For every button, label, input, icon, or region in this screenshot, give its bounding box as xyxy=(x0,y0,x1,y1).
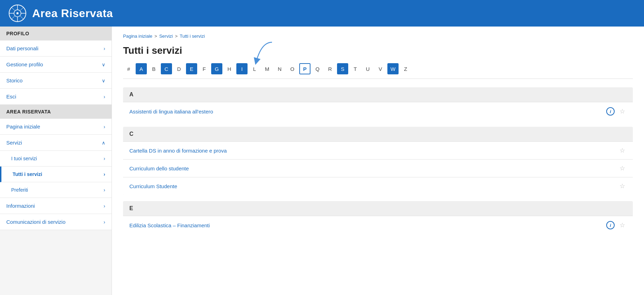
alpha-btn-A[interactable]: A xyxy=(136,63,147,74)
sidebar-item-servizi[interactable]: Servizi∧ xyxy=(0,135,112,151)
alpha-btn-U[interactable]: U xyxy=(362,63,373,74)
sidebar-item-storico[interactable]: Storico∨ xyxy=(0,73,112,89)
alpha-btn-G[interactable]: G xyxy=(211,63,222,74)
chevron-icon: › xyxy=(103,46,105,51)
info-icon[interactable]: i xyxy=(606,221,615,229)
alpha-btn-V[interactable]: V xyxy=(375,63,386,74)
breadcrumb-sep-1: > xyxy=(155,34,157,39)
service-row: Assistenti di lingua italiana all'estero… xyxy=(123,102,633,120)
service-group-header: C xyxy=(123,127,633,141)
sidebar-item-label: Dati personali xyxy=(6,45,38,51)
service-row: Cartella DS in anno di formazione e prov… xyxy=(123,141,633,159)
chevron-icon: ∧ xyxy=(102,140,105,146)
sidebar-section-profilo: PROFILO xyxy=(0,27,112,40)
logo xyxy=(8,4,27,22)
sidebar-item-esci[interactable]: Esci› xyxy=(0,89,112,105)
chevron-icon: › xyxy=(103,124,105,130)
alpha-btn-L[interactable]: L xyxy=(249,63,260,74)
service-group-a: AAssistenti di lingua italiana all'ester… xyxy=(123,87,633,120)
service-actions: i☆ xyxy=(606,107,627,116)
sidebar-item-label: Tutti i servizi xyxy=(13,171,42,177)
service-row: Curriculum dello studente☆ xyxy=(123,159,633,177)
main-content: Pagina iniziale > Servizi > Tutti i serv… xyxy=(112,27,644,295)
chevron-icon: › xyxy=(103,203,105,209)
alpha-btn-E[interactable]: E xyxy=(186,63,197,74)
alpha-btn-S[interactable]: S xyxy=(337,63,348,74)
service-actions: ☆ xyxy=(618,147,627,154)
breadcrumb-link-servizi[interactable]: Servizi xyxy=(159,34,173,39)
chevron-icon: ∨ xyxy=(102,62,105,67)
svg-line-7 xyxy=(11,7,15,10)
chevron-icon: › xyxy=(103,171,105,177)
sidebar-item-informazioni[interactable]: Informazioni› xyxy=(0,198,112,214)
alpha-btn-F[interactable]: F xyxy=(199,63,210,74)
svg-line-8 xyxy=(20,16,24,20)
service-actions: ☆ xyxy=(618,182,627,190)
chevron-icon: › xyxy=(103,219,105,225)
alpha-btn-Q[interactable]: Q xyxy=(312,63,323,74)
alpha-btn-H[interactable]: H xyxy=(224,63,235,74)
svg-line-9 xyxy=(20,7,24,10)
header: Area Riservata xyxy=(0,0,644,27)
sidebar-item-label: Preferiti xyxy=(11,187,28,193)
alphabet-bar: #ABCDEFGHILMNOPQRSTUVWZ xyxy=(123,63,633,79)
service-group-header: A xyxy=(123,87,633,102)
service-group-header: E xyxy=(123,201,633,216)
svg-point-2 xyxy=(16,12,19,14)
chevron-icon: › xyxy=(103,156,105,161)
sidebar-item-label: I tuoi servizi xyxy=(11,156,37,161)
star-icon[interactable]: ☆ xyxy=(618,108,627,115)
sidebar-item-label: Storico xyxy=(6,78,23,83)
sidebar-item-label: Informazioni xyxy=(6,203,35,209)
header-title: Area Riservata xyxy=(32,7,113,20)
alpha-btn-P[interactable]: P xyxy=(299,63,310,74)
alpha-btn-C[interactable]: C xyxy=(161,63,172,74)
alpha-btn-B[interactable]: B xyxy=(148,63,159,74)
sidebar-item-label: Gestione profilo xyxy=(6,61,43,67)
alpha-btn-N[interactable]: N xyxy=(274,63,285,74)
alpha-btn-W[interactable]: W xyxy=(387,63,399,74)
star-icon[interactable]: ☆ xyxy=(618,164,627,172)
service-link-edilizia-scolastica[interactable]: Edilizia Scolastica – Finanziamenti xyxy=(129,222,210,228)
service-link-cartella-ds[interactable]: Cartella DS in anno di formazione e prov… xyxy=(129,148,227,154)
breadcrumb-current: Tutti i servizi xyxy=(180,34,205,39)
breadcrumb: Pagina iniziale > Servizi > Tutti i serv… xyxy=(123,34,633,39)
sidebar-item-label: Pagina iniziale xyxy=(6,124,40,130)
sidebar-item-pagina-iniziale[interactable]: Pagina iniziale› xyxy=(0,119,112,135)
alpha-btn-M[interactable]: M xyxy=(262,63,273,74)
alpha-btn-R[interactable]: R xyxy=(324,63,336,74)
alpha-btn-Z[interactable]: Z xyxy=(400,63,411,74)
alpha-btn-I[interactable]: I xyxy=(236,63,248,74)
info-icon[interactable]: i xyxy=(606,107,615,116)
sidebar-section-area-riservata: AREA RISERVATA xyxy=(0,105,112,119)
breadcrumb-link-home[interactable]: Pagina iniziale xyxy=(123,34,152,39)
service-link-curriculum-studente-2[interactable]: Curriculum Studente xyxy=(129,183,177,189)
alpha-btn-D[interactable]: D xyxy=(173,63,185,74)
service-group-e: EEdilizia Scolastica – Finanziamentii☆ xyxy=(123,201,633,234)
svg-line-10 xyxy=(11,16,15,20)
alpha-btn-T[interactable]: T xyxy=(350,63,361,74)
service-row: Edilizia Scolastica – Finanziamentii☆ xyxy=(123,216,633,234)
page-title: Tutti i servizi xyxy=(123,45,633,56)
sidebar-item-dati-personali[interactable]: Dati personali› xyxy=(0,40,112,57)
sidebar-item-comunicazioni-di-servizio[interactable]: Comunicazioni di servizio› xyxy=(0,214,112,230)
sidebar-item-tutti-i-servizi[interactable]: Tutti i servizi› xyxy=(0,167,112,182)
alpha-btn-#[interactable]: # xyxy=(123,63,134,74)
alpha-btn-O[interactable]: O xyxy=(287,63,298,74)
service-row: Curriculum Studente☆ xyxy=(123,177,633,195)
service-link-curriculum-studente-1[interactable]: Curriculum dello studente xyxy=(129,165,189,171)
sidebar-item-preferiti[interactable]: Preferiti› xyxy=(0,182,112,198)
chevron-icon: › xyxy=(103,187,105,193)
service-group-c: CCartella DS in anno di formazione e pro… xyxy=(123,127,633,195)
sidebar-item-i-tuoi-servizi[interactable]: I tuoi servizi› xyxy=(0,151,112,167)
star-icon[interactable]: ☆ xyxy=(618,182,627,190)
service-actions: i☆ xyxy=(606,221,627,229)
star-icon[interactable]: ☆ xyxy=(618,221,627,229)
chevron-icon: ∨ xyxy=(102,78,105,83)
sidebar-item-label: Esci xyxy=(6,94,16,99)
service-link-assistenti-lingua[interactable]: Assistenti di lingua italiana all'estero xyxy=(129,109,213,115)
star-icon[interactable]: ☆ xyxy=(618,147,627,154)
sidebar-item-gestione-profilo[interactable]: Gestione profilo∨ xyxy=(0,57,112,73)
sidebar: PROFILODati personali›Gestione profilo∨S… xyxy=(0,27,112,295)
service-actions: ☆ xyxy=(618,164,627,172)
